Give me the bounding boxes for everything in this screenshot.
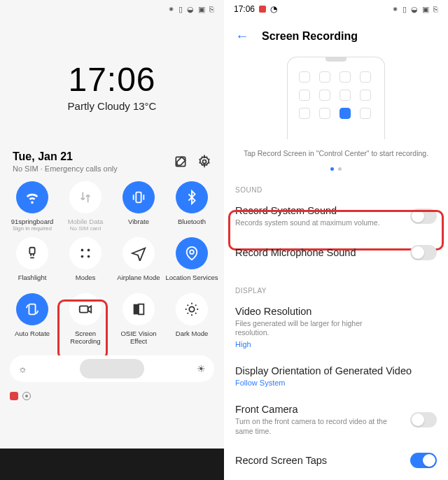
bottom-blackbar [0, 449, 224, 480]
row-title: Front Camera [235, 404, 389, 415]
status-icons: ⁕ ▯ ◒ ▣ ⎘ [168, 5, 214, 14]
qs-tile-vibrate[interactable]: Vibrate [112, 181, 165, 233]
vibrate-icon: ▯ [402, 5, 407, 14]
row-title: Display Orientation of Generated Video [235, 365, 412, 376]
flash-icon [16, 237, 48, 269]
caption-text: Tap Record Screen in "Control Center" to… [224, 149, 448, 157]
qs-tile-rotate[interactable]: Auto Rotate [6, 293, 59, 346]
wifi-icon: ◒ [187, 5, 194, 14]
svg-point-7 [88, 255, 90, 258]
tile-label: 91springboardSign in required [11, 218, 54, 233]
row-cutoff[interactable]: Record Screen Taps [224, 444, 448, 468]
row-subtitle: Files generated will be larger for highe… [235, 319, 389, 338]
toggle-cutoff[interactable] [410, 453, 437, 468]
row-title: Record Microphone Sound [235, 247, 356, 258]
qs-tile-dark[interactable]: Dark Mode [165, 293, 218, 346]
brightness-slider[interactable]: ☼ ☀ [10, 355, 214, 382]
brightness-fill [80, 359, 144, 379]
row-video-resolution[interactable]: Video Resolution Files generated will be… [224, 297, 448, 357]
dark-icon [176, 293, 208, 325]
wifi-icon: ◒ [411, 5, 418, 14]
rotate-icon [16, 293, 48, 325]
svg-rect-9 [29, 304, 35, 315]
qs-tile-plane[interactable]: Airplane Mode [112, 237, 165, 289]
row-title: Record Screen Taps [235, 455, 327, 466]
toggle-mic-sound[interactable] [410, 245, 437, 260]
clock-weather: Partly Cloudy 13°C [0, 100, 224, 112]
tile-label: Vibrate [128, 218, 149, 233]
tile-label: Bluetooth [178, 218, 206, 233]
edit-icon[interactable] [174, 155, 188, 169]
tile-label: Flashlight [18, 274, 47, 289]
timer-icon: ◔ [270, 4, 277, 14]
phone-illustration [287, 57, 385, 139]
svg-rect-2 [136, 192, 141, 203]
back-arrow-icon[interactable]: ← [235, 28, 249, 44]
status-icons: ⁕ ▯ ◒ ▣ ⎘ [392, 5, 438, 14]
loc-icon [176, 237, 208, 269]
row-subtitle: Records system sound at maximum volume. [235, 218, 380, 228]
battery-icon: ⎘ [433, 5, 438, 13]
record-circle-icon [22, 392, 31, 400]
row-title: Record System Sound [235, 205, 380, 216]
svg-point-1 [203, 160, 206, 164]
status-time: 17:06 [234, 4, 255, 14]
tile-label: Screen Recording [59, 330, 112, 346]
vibrate-icon: ▯ [178, 5, 183, 14]
section-sound: SOUND [224, 181, 448, 197]
svg-point-13 [189, 306, 194, 311]
toggle-system-sound[interactable] [410, 209, 437, 224]
row-record-system-sound[interactable]: Record System Sound Records system sound… [224, 197, 448, 237]
qs-tile-flash[interactable]: Flashlight [6, 237, 59, 289]
qs-tile-data[interactable]: Mobile DataNo SIM card [59, 181, 112, 233]
cast-icon: ▣ [198, 5, 205, 14]
bt-icon [176, 181, 208, 213]
qs-tile-loc[interactable]: Location Services [165, 237, 218, 289]
battery-icon: ⎘ [209, 5, 214, 13]
sim-status: No SIM · Emergency calls only [13, 164, 118, 173]
lock-clock: 17:06 Partly Cloudy 13°C [0, 60, 224, 112]
svg-rect-11 [134, 304, 139, 315]
page-dots[interactable] [224, 167, 448, 171]
brightness-auto-icon[interactable]: ☀ [197, 363, 206, 374]
row-title: Video Resolution [235, 306, 389, 317]
tile-label: Dark Mode [176, 330, 208, 345]
toggle-front-camera[interactable] [410, 412, 437, 428]
page-title: Screen Recording [262, 30, 358, 43]
row-value: Follow System [235, 379, 412, 387]
clock-time: 17:06 [0, 60, 224, 99]
date-text: Tue, Jan 21 [13, 150, 118, 163]
bluetooth-icon: ⁕ [168, 5, 174, 14]
row-subtitle: Turn on the front camera to record video… [235, 417, 389, 436]
tile-label: Mobile DataNo SIM card [68, 218, 104, 233]
section-display: DISPLAY [224, 281, 448, 297]
svg-point-4 [81, 249, 84, 252]
row-record-mic[interactable]: Record Microphone Sound [224, 237, 448, 269]
rec-icon [69, 293, 102, 325]
bluetooth-icon: ⁕ [392, 5, 398, 14]
row-display-orientation[interactable]: Display Orientation of Generated Video F… [224, 357, 448, 395]
qs-tile-bt[interactable]: Bluetooth [165, 181, 218, 233]
svg-point-8 [190, 250, 194, 254]
qs-tile-wifi[interactable]: 91springboardSign in required [6, 181, 59, 233]
qs-tile-modes[interactable]: Modes [59, 237, 112, 289]
modes-icon [69, 237, 102, 269]
vibrate-icon [122, 181, 155, 213]
row-value: High [235, 340, 389, 348]
settings-icon[interactable] [197, 155, 211, 169]
svg-point-6 [81, 255, 84, 258]
row-front-camera[interactable]: Front Camera Turn on the front camera to… [224, 395, 448, 444]
recording-indicator [10, 392, 224, 400]
wifi-icon [16, 181, 48, 213]
plane-icon [122, 237, 155, 269]
status-bar-left: ⁕ ▯ ◒ ▣ ⎘ [0, 0, 224, 18]
data-icon [69, 181, 102, 213]
qs-tile-rec[interactable]: Screen Recording [59, 293, 112, 346]
record-dot-icon [10, 392, 18, 400]
tile-label: Location Services [166, 274, 218, 289]
svg-point-5 [88, 249, 90, 252]
svg-rect-12 [139, 304, 144, 315]
status-bar-right: 17:06 ◔ ⁕ ▯ ◒ ▣ ⎘ [224, 0, 448, 18]
qs-tile-osie[interactable]: OSIE Vision Effect [112, 293, 165, 346]
tile-label: Auto Rotate [15, 330, 50, 345]
